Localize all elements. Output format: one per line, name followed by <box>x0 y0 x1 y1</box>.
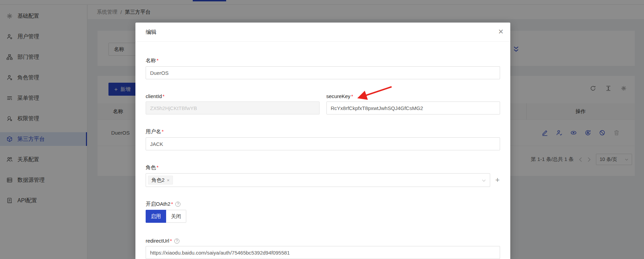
securekey-field-group: secureKey* <box>326 93 500 114</box>
securekey-label: secureKey* <box>326 93 500 99</box>
oauth2-radio-group: 启用 关闭 <box>146 210 500 223</box>
name-input[interactable] <box>146 66 500 79</box>
required-mark: * <box>157 164 159 170</box>
chevron-down-icon <box>482 179 486 182</box>
username-label: 用户名* <box>146 128 500 135</box>
clientid-field-group: clientId* <box>146 93 320 114</box>
redirecturl-label: redirectUrl*? <box>146 238 500 244</box>
oauth2-field-group: 开启OAth2*? 启用 关闭 <box>146 201 500 223</box>
close-icon[interactable]: × <box>498 25 503 38</box>
username-input[interactable] <box>146 137 500 150</box>
required-mark: * <box>162 128 164 134</box>
add-role-icon[interactable]: + <box>495 176 500 184</box>
oauth2-enable-button[interactable]: 启用 <box>146 210 166 223</box>
role-select[interactable]: 角色2 × <box>146 173 490 187</box>
role-label: 角色* <box>146 164 500 171</box>
edit-modal: 编辑 × 名称* clientId* secureKey* 用户名* 角色* <box>135 23 510 259</box>
modal-title: 编辑 <box>146 29 157 35</box>
required-mark: * <box>163 93 165 99</box>
role-tag: 角色2 × <box>148 176 173 185</box>
modal-body: 名称* clientId* secureKey* 用户名* 角色* 角色2 <box>135 42 510 259</box>
clientid-input <box>146 101 320 114</box>
redirecturl-input[interactable] <box>146 246 500 259</box>
oauth2-disable-button[interactable]: 关闭 <box>166 210 186 223</box>
client-secure-row: clientId* secureKey* <box>146 93 500 114</box>
tag-close-icon[interactable]: × <box>167 178 170 183</box>
oauth2-label: 开启OAth2*? <box>146 201 500 207</box>
name-label: 名称* <box>146 57 500 64</box>
username-field-group: 用户名* <box>146 128 500 150</box>
name-field-group: 名称* <box>146 57 500 79</box>
help-icon[interactable]: ? <box>174 238 179 244</box>
role-field-group: 角色* 角色2 × + <box>146 164 500 187</box>
help-icon[interactable]: ? <box>175 202 180 207</box>
redirecturl-field-group: redirectUrl*? <box>146 238 500 259</box>
required-mark: * <box>157 57 159 63</box>
required-mark: * <box>171 201 173 207</box>
required-mark: * <box>170 238 172 244</box>
securekey-input[interactable] <box>326 101 500 114</box>
clientid-label: clientId* <box>146 93 320 99</box>
role-tag-label: 角色2 <box>151 177 164 183</box>
modal-header: 编辑 × <box>135 23 510 42</box>
required-mark: * <box>351 93 353 99</box>
